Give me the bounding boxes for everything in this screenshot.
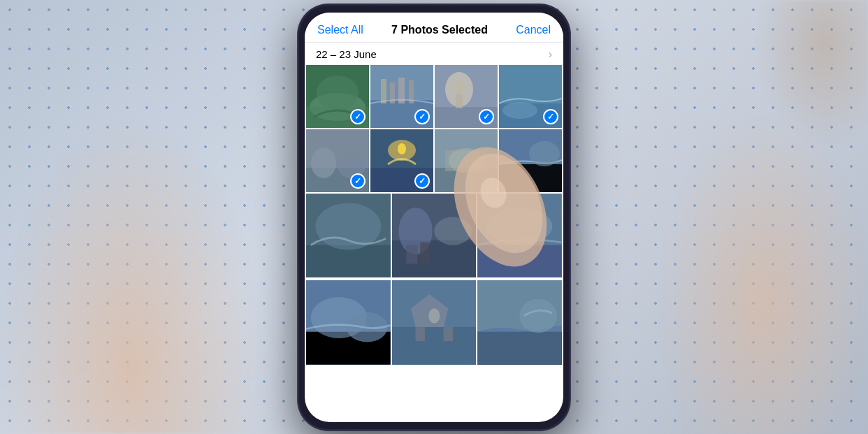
photo-cell-8[interactable] — [499, 129, 562, 192]
header-bar: Select All 7 Photos Selected Cancel — [305, 21, 563, 43]
photo-cell-10[interactable] — [392, 194, 477, 278]
status-bar — [305, 13, 563, 21]
photo-cell-7[interactable] — [435, 129, 498, 192]
selection-check-5: ✓ — [350, 173, 366, 189]
svg-rect-6 — [381, 79, 386, 103]
selection-check-6: ✓ — [414, 173, 430, 189]
selection-check-4: ✓ — [543, 109, 558, 124]
cancel-button[interactable]: Cancel — [516, 24, 551, 36]
photo-cell-4[interactable]: ✓ — [499, 65, 562, 128]
photo-cell-11[interactable] — [477, 194, 562, 278]
photo-cell-14[interactable] — [477, 280, 562, 365]
svg-rect-53 — [443, 327, 452, 341]
photo-cell-1[interactable]: ✓ — [306, 65, 369, 128]
select-all-button[interactable]: Select All — [317, 24, 363, 36]
selection-check-1: ✓ — [350, 109, 366, 124]
date-range-label: 22 – 23 June — [316, 48, 377, 60]
svg-rect-50 — [392, 327, 477, 365]
phone-screen: Select All 7 Photos Selected Cancel 22 –… — [305, 13, 563, 422]
selection-check-3: ✓ — [479, 109, 494, 124]
svg-rect-14 — [456, 94, 463, 108]
svg-rect-34 — [306, 245, 391, 277]
svg-point-41 — [434, 217, 472, 245]
photo-row-2: ✓ ✓ — [305, 129, 563, 192]
svg-point-17 — [502, 102, 537, 119]
svg-point-20 — [311, 147, 336, 178]
svg-rect-40 — [420, 242, 429, 263]
svg-point-51 — [428, 308, 440, 323]
chevron-right-icon: › — [549, 48, 552, 61]
photo-cell-12[interactable] — [306, 280, 391, 365]
phone-device: Select All 7 Photos Selected Cancel 22 –… — [298, 4, 570, 431]
svg-rect-52 — [415, 327, 424, 341]
date-section[interactable]: 22 – 23 June › — [305, 43, 563, 65]
selection-check-2: ✓ — [414, 109, 430, 124]
svg-point-29 — [449, 148, 484, 173]
svg-rect-43 — [477, 245, 562, 277]
selection-count-title: 7 Photos Selected — [391, 24, 488, 36]
photo-row-4 — [305, 280, 563, 366]
svg-point-2 — [317, 75, 359, 110]
svg-point-32 — [529, 141, 560, 166]
photo-row-1: ✓ ✓ — [305, 65, 563, 128]
photo-cell-2[interactable]: ✓ — [370, 65, 433, 128]
photo-cell-13[interactable] — [392, 280, 477, 365]
svg-rect-39 — [406, 245, 417, 263]
svg-rect-31 — [499, 164, 562, 192]
photo-row-3 — [305, 194, 563, 280]
photo-cell-6[interactable]: ✓ — [370, 129, 433, 192]
svg-point-25 — [398, 143, 406, 154]
photo-cell-9[interactable] — [306, 194, 391, 278]
photo-cell-3[interactable]: ✓ — [435, 65, 498, 128]
svg-point-13 — [454, 80, 465, 94]
photo-cell-5[interactable]: ✓ — [306, 129, 369, 192]
